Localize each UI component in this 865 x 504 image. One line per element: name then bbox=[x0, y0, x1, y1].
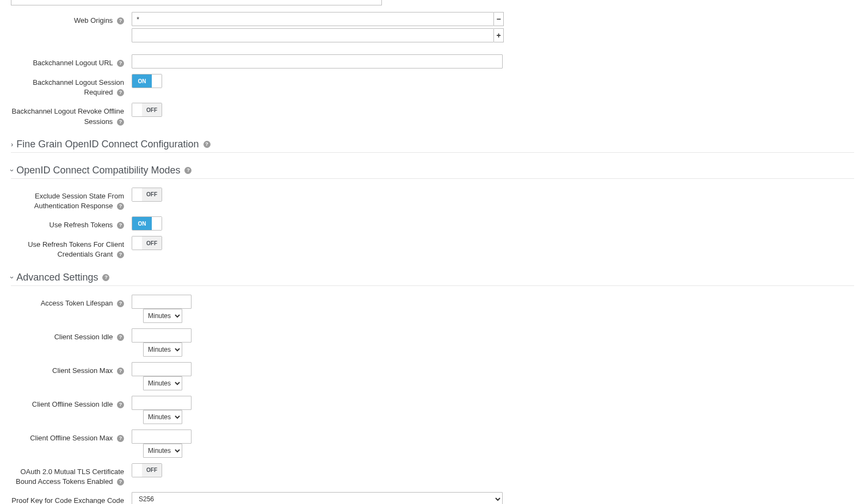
label-access-token-lifespan: Access Token Lifespan ? bbox=[11, 295, 132, 308]
section-header-advanced[interactable]: › Advanced Settings ? bbox=[11, 272, 854, 283]
label-text: Use Refresh Tokens bbox=[50, 221, 113, 229]
label-backchannel-logout-session-required: Backchannel Logout Session Required ? bbox=[11, 74, 132, 97]
toggle-off-label: OFF bbox=[142, 237, 162, 250]
access-token-lifespan-unit[interactable]: Minutes bbox=[143, 309, 182, 323]
section-divider bbox=[11, 178, 854, 179]
help-icon[interactable]: ? bbox=[117, 401, 124, 408]
client-session-idle-unit[interactable]: Minutes bbox=[143, 343, 182, 357]
remove-button[interactable]: − bbox=[494, 12, 504, 26]
row-client-session-idle: Client Session Idle ? Minutes bbox=[11, 328, 854, 357]
label-text: Exclude Session State From Authenticatio… bbox=[34, 192, 124, 210]
help-icon[interactable]: ? bbox=[117, 251, 124, 258]
toggle-exclude-session-state[interactable]: ON OFF bbox=[132, 188, 162, 202]
toggle-use-refresh-tokens-ccg[interactable]: ON OFF bbox=[132, 236, 162, 250]
control-wrap: Minutes bbox=[132, 396, 191, 424]
pkce-method-select[interactable]: S256 bbox=[132, 492, 503, 504]
control-wrap: ON OFF bbox=[132, 74, 162, 88]
client-offline-session-idle-unit[interactable]: Minutes bbox=[143, 410, 182, 424]
row-client-session-max: Client Session Max ? Minutes bbox=[11, 362, 854, 390]
label-pkce-method: Proof Key for Code Exchange Code Challen… bbox=[11, 492, 132, 504]
label-web-origins-text: Web Origins bbox=[74, 16, 113, 24]
backchannel-logout-url-input[interactable] bbox=[132, 54, 503, 69]
toggle-off-label: OFF bbox=[152, 217, 162, 230]
access-token-lifespan-input[interactable] bbox=[132, 295, 191, 309]
help-icon[interactable]: ? bbox=[117, 300, 124, 307]
label-text: Access Token Lifespan bbox=[41, 299, 113, 307]
control-wrap: ON OFF bbox=[132, 103, 162, 117]
section-header-compat-modes[interactable]: › OpenID Connect Compatibility Modes ? bbox=[11, 165, 854, 176]
row-use-refresh-tokens-ccg: Use Refresh Tokens For Client Credential… bbox=[11, 236, 854, 259]
label-text: Client Offline Session Max bbox=[30, 434, 113, 442]
row-backchannel-logout-url: Backchannel Logout URL ? bbox=[11, 54, 854, 69]
toggle-mutual-tls[interactable]: ON OFF bbox=[132, 463, 162, 477]
toggle-backchannel-revoke-offline[interactable]: ON OFF bbox=[132, 103, 162, 117]
web-origins-row-1: + bbox=[132, 28, 504, 42]
control-wrap: S256 bbox=[132, 492, 503, 504]
label-backchannel-revoke-offline: Backchannel Logout Revoke Offline Sessio… bbox=[11, 103, 132, 126]
row-backchannel-revoke-offline: Backchannel Logout Revoke Offline Sessio… bbox=[11, 103, 854, 126]
label-client-offline-session-max: Client Offline Session Max ? bbox=[11, 430, 132, 443]
chevron-right-icon: › bbox=[11, 140, 13, 148]
label-client-session-max: Client Session Max ? bbox=[11, 362, 132, 376]
help-icon[interactable]: ? bbox=[117, 222, 124, 229]
client-session-max-input[interactable] bbox=[132, 362, 191, 376]
help-icon[interactable]: ? bbox=[117, 203, 124, 210]
client-session-idle-input[interactable] bbox=[132, 328, 191, 343]
label-exclude-session-state: Exclude Session State From Authenticatio… bbox=[11, 188, 132, 211]
control-wrap: Minutes bbox=[132, 362, 191, 390]
row-use-refresh-tokens: Use Refresh Tokens ? ON OFF bbox=[11, 216, 854, 231]
row-web-origins: Web Origins ? − + bbox=[11, 12, 854, 45]
label-client-session-idle: Client Session Idle ? bbox=[11, 328, 132, 342]
help-icon[interactable]: ? bbox=[117, 478, 124, 486]
label-text: Client Session Idle bbox=[54, 333, 113, 341]
label-text: OAuth 2.0 Mutual TLS Certificate Bound A… bbox=[16, 468, 124, 486]
row-exclude-session-state: Exclude Session State From Authenticatio… bbox=[11, 188, 854, 211]
row-mutual-tls: OAuth 2.0 Mutual TLS Certificate Bound A… bbox=[11, 463, 854, 487]
label-backchannel-logout-url: Backchannel Logout URL ? bbox=[11, 54, 132, 68]
control-wrap: ON OFF bbox=[132, 236, 162, 250]
toggle-on-label: ON bbox=[132, 237, 142, 250]
label-text: Use Refresh Tokens For Client Credential… bbox=[28, 240, 124, 258]
toggle-on-label: ON bbox=[132, 74, 152, 88]
label-text: Client Offline Session Idle bbox=[32, 400, 113, 408]
help-icon[interactable]: ? bbox=[203, 141, 211, 148]
toggle-on-label: ON bbox=[132, 103, 142, 116]
help-icon[interactable]: ? bbox=[117, 89, 124, 96]
client-session-max-unit[interactable]: Minutes bbox=[143, 376, 182, 390]
help-icon[interactable]: ? bbox=[117, 334, 124, 341]
toggle-backchannel-session-required[interactable]: ON OFF bbox=[132, 74, 162, 88]
help-icon[interactable]: ? bbox=[117, 119, 124, 126]
add-button[interactable]: + bbox=[494, 28, 504, 42]
help-icon[interactable]: ? bbox=[102, 274, 109, 281]
section-divider bbox=[11, 152, 854, 153]
web-origins-controls: − + bbox=[132, 12, 504, 45]
label-use-refresh-tokens-ccg: Use Refresh Tokens For Client Credential… bbox=[11, 236, 132, 259]
control-wrap: Minutes bbox=[132, 430, 191, 458]
control-wrap: ON OFF bbox=[132, 188, 162, 202]
help-icon[interactable]: ? bbox=[117, 368, 124, 375]
help-icon[interactable]: ? bbox=[184, 167, 191, 174]
toggle-use-refresh-tokens[interactable]: ON OFF bbox=[132, 216, 162, 231]
toggle-off-label: OFF bbox=[152, 74, 162, 88]
client-offline-session-idle-input[interactable] bbox=[132, 396, 191, 410]
label-web-origins: Web Origins ? bbox=[11, 12, 132, 26]
web-origins-input-1[interactable] bbox=[132, 28, 494, 42]
clipped-input-top bbox=[11, 0, 382, 5]
control-wrap bbox=[132, 54, 503, 69]
chevron-down-icon: › bbox=[8, 169, 16, 171]
help-icon[interactable]: ? bbox=[117, 435, 124, 442]
help-icon[interactable]: ? bbox=[117, 60, 124, 67]
control-wrap: Minutes bbox=[132, 295, 191, 323]
client-offline-session-max-unit[interactable]: Minutes bbox=[143, 444, 182, 458]
web-origins-input-0[interactable] bbox=[132, 12, 494, 26]
label-text: Client Session Max bbox=[52, 366, 113, 375]
client-offline-session-max-input[interactable] bbox=[132, 430, 191, 444]
label-client-offline-session-idle: Client Offline Session Idle ? bbox=[11, 396, 132, 409]
help-icon[interactable]: ? bbox=[117, 17, 124, 24]
label-use-refresh-tokens: Use Refresh Tokens ? bbox=[11, 216, 132, 230]
row-backchannel-logout-session-required: Backchannel Logout Session Required ? ON… bbox=[11, 74, 854, 97]
label-text: Backchannel Logout Revoke Offline Sessio… bbox=[12, 107, 124, 125]
section-header-fine-grain[interactable]: › Fine Grain OpenID Connect Configuratio… bbox=[11, 139, 854, 150]
label-text: Proof Key for Code Exchange Code Challen… bbox=[11, 496, 124, 504]
web-origins-row-0: − bbox=[132, 12, 504, 26]
